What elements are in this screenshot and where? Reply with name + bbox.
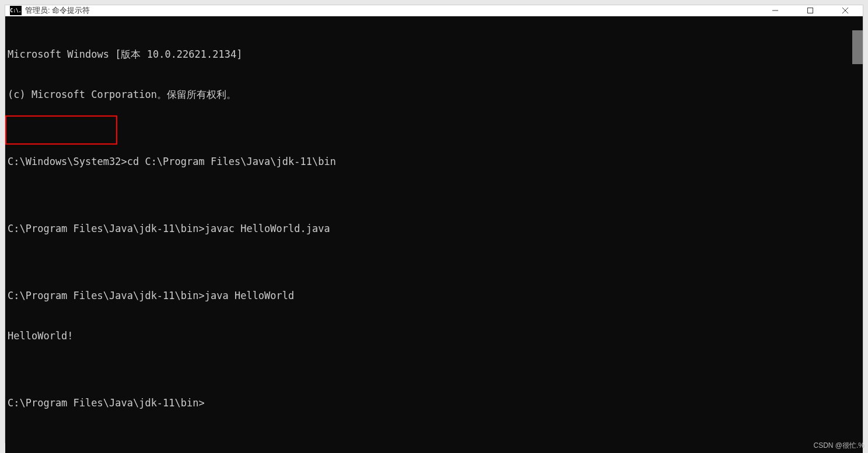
terminal-line: C:\Program Files\Java\jdk-11\bin>java He… <box>8 289 849 303</box>
terminal-content[interactable]: Microsoft Windows [版本 10.0.22621.2134] (… <box>5 16 851 453</box>
minimize-button[interactable] <box>758 5 793 16</box>
terminal-line: Microsoft Windows [版本 10.0.22621.2134] <box>8 48 849 61</box>
terminal-area: Microsoft Windows [版本 10.0.22621.2134] (… <box>5 16 863 453</box>
terminal-line: C:\Program Files\Java\jdk-11\bin>javac H… <box>8 222 849 236</box>
window-controls <box>758 5 863 16</box>
titlebar[interactable]: C:\. 管理员: 命令提示符 <box>5 5 863 16</box>
terminal-line: HelloWorld! <box>8 329 849 343</box>
terminal-scrollbar[interactable] <box>851 16 863 453</box>
close-icon <box>842 7 849 14</box>
terminal-line: C:\Windows\System32>cd C:\Program Files\… <box>8 155 849 168</box>
maximize-button[interactable] <box>793 5 828 16</box>
scrollbar-thumb[interactable] <box>852 30 863 64</box>
cmd-icon: C:\. <box>10 6 22 15</box>
command-prompt-window: C:\. 管理员: 命令提示符 Microsoft Windows [版本 10… <box>5 5 863 443</box>
annotation-highlight-box <box>5 115 117 145</box>
terminal-line: (c) Microsoft Corporation。保留所有权利。 <box>8 88 849 101</box>
window-title: 管理员: 命令提示符 <box>25 5 758 16</box>
svg-rect-1 <box>808 8 813 13</box>
minimize-icon <box>772 7 779 14</box>
close-button[interactable] <box>828 5 863 16</box>
watermark-text: CSDN @很忙.% <box>813 441 864 451</box>
maximize-icon <box>807 7 814 14</box>
terminal-line: C:\Program Files\Java\jdk-11\bin> <box>8 396 849 410</box>
